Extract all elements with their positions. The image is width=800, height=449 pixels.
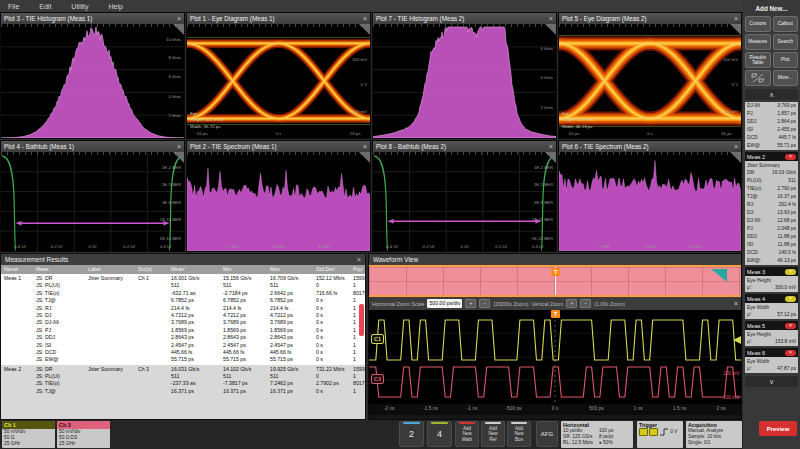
plot-titlebar[interactable]: Plot 7 - TIE Histogram (Meas 2)× [373,13,556,24]
meas-badge-close-icon[interactable]: × [785,269,796,275]
table-row[interactable]: JS: RJ214.4 fs214.4 fs214.4 fs0 s1 [1,305,365,312]
plot-titlebar[interactable]: Plot 4 - Bathtub (Meas 1)× [1,141,184,152]
collapse-down-button[interactable]: ∨ [745,376,798,387]
horizontal-zoom-scale-input[interactable]: 500.00 ps/div [427,299,462,308]
table-row[interactable]: JS: TIE(σ)-237.33 as-7.3817 ps7.2462 ps2… [1,380,365,387]
plot-body[interactable]: 2 GHz4 GHz6 GHz [559,152,741,251]
resize-handle-icon[interactable] [545,24,556,35]
add-button-add-new-bus[interactable]: Add New Bus [507,421,531,447]
channel-badge-ch1[interactable]: Ch 150 mV/div50 Ω25 GHz [2,421,55,448]
menu-item-utility[interactable]: Utility [71,3,88,10]
table-scrollbar[interactable] [359,304,364,336]
plot-titlebar[interactable]: Plot 2 - TIE Spectrum (Meas 1)× [187,141,370,152]
close-icon[interactable]: × [734,15,738,22]
meas-badge-header[interactable]: Meas 3× [745,267,798,276]
sidebar-button-mask[interactable] [745,70,771,86]
trigger-marker-icon[interactable]: T [551,268,560,276]
close-icon[interactable]: × [549,143,553,150]
zoom-in-button[interactable]: + [465,299,476,308]
close-icon[interactable]: × [177,15,181,22]
resize-handle-icon[interactable] [730,24,741,35]
trigger-marker-icon[interactable]: T [551,310,560,318]
sidebar-button-results-table[interactable]: Results Table [745,52,771,68]
resize-handle-icon[interactable] [730,152,741,163]
collapse-up-button[interactable]: ∧ [745,89,798,100]
plot-titlebar[interactable]: Plot 8 - Bathtub (Meas 2)× [373,141,556,152]
sidebar-button-measure[interactable]: Measure [745,34,771,50]
plot-body[interactable]: 10 khits8 khits6 khits4 khits2 khits [1,24,184,138]
table-row[interactable]: JS: PJ1.8569 ps1.8569 ps1.8569 ps0 s1 [1,327,365,334]
meas-badge-body[interactable]: Eye Heightμ':153.8 mV [745,330,798,346]
horizontal-badge[interactable]: Horizontal10 μs/divSR: 125 GS/sRL: 12.5 … [561,421,633,448]
table-row[interactable]: JS: TIE(σ)-632.71 as-2.7184 ps2.6642 ps7… [1,290,365,297]
close-icon[interactable]: × [177,143,181,150]
table-row[interactable]: JS: DJ4.7212 ps4.7212 ps4.7212 ps0 s1 [1,312,365,319]
add-button-add-new-math[interactable]: Add New Math [455,421,479,447]
resize-handle-icon[interactable] [359,152,370,163]
resize-handle-icon[interactable] [173,152,184,163]
plot-titlebar[interactable]: Plot 3 - TIE Histogram (Meas 1)× [1,13,184,24]
ch3-waveform-handle[interactable]: C3 [371,374,384,384]
meas-badge-header[interactable]: Meas 5× [745,321,798,330]
meas-badge-body[interactable]: Jitter SummaryDR:16.03 Gb/sPL(UI):511TIE… [745,161,798,265]
close-icon[interactable]: × [357,256,361,263]
plot-body[interactable]: 1E-2 BER1E-5 BER1E-8 BER1E-11 BER1E-14 B… [1,152,184,251]
sidebar-button-search[interactable]: Search [773,34,799,50]
menu-item-help[interactable]: Help [108,3,122,10]
plot-titlebar[interactable]: Plot 1 - Eye Diagram (Meas 1)× [187,13,370,24]
sidebar-button-more-[interactable]: More... [773,70,799,86]
trigger-badge[interactable]: Trigger 0 V [637,421,683,448]
menu-item-edit[interactable]: Edit [39,3,51,10]
close-icon[interactable]: × [734,143,738,150]
meas-badge-body[interactable]: Eye Widthμ':57.12 ps [745,303,798,319]
plot-titlebar[interactable]: Plot 6 - TIE Spectrum (Meas 2)× [559,141,741,152]
close-icon[interactable]: × [363,15,367,22]
table-row[interactable]: JS: DDJ2.8643 ps2.8643 ps2.8643 ps0 s1 [1,334,365,341]
zoom-out-button[interactable]: − [479,299,490,308]
plot-body[interactable]: 100 mV0 V-100 mV-50 ps0 s50 psEyeHeight:… [559,24,741,138]
measurement-results-titlebar[interactable]: Measurement Results × [1,254,365,265]
meas-badge-header[interactable]: Meas 4× [745,294,798,303]
close-icon[interactable]: × [549,15,553,22]
table-row[interactable]: Meas 1JS: DRJitter SummaryCh 116.001 Gb/… [1,275,365,282]
add-button-add-new-ref[interactable]: Add New Ref [481,421,505,447]
plot-titlebar[interactable]: Plot 5 - Eye Diagram (Meas 2)× [559,13,741,24]
channel-button-2[interactable]: 2 [399,421,424,447]
plot-body[interactable]: 2 GHz4 GHz6 GHz [187,152,370,251]
meas1-results-strip[interactable]: DJ-δδ3.769 psPJ1.857 psDDJ2.864 psISI2.4… [745,102,798,150]
table-row[interactable]: JS: TJ@6.7852 ps6.7852 ps6.7852 ps0 s1 [1,297,365,304]
table-row[interactable]: JS: PL(UI)51151151101 [1,282,365,289]
ch1-waveform-handle[interactable]: C1 [371,334,384,344]
sidebar-button-cursors[interactable]: Cursors [745,16,771,32]
afg-button[interactable]: AFG [536,421,558,447]
close-zoom-icon[interactable]: × [734,300,738,307]
resize-handle-icon[interactable] [545,152,556,163]
resize-handle-icon[interactable] [173,24,184,35]
waveform-overview[interactable]: T [369,265,741,297]
waveform-view-titlebar[interactable]: Waveform View [369,254,741,265]
resize-handle-icon[interactable] [359,24,370,35]
table-row[interactable]: JS: ISI2.4547 ps2.4547 ps2.4547 ps0 s1 [1,342,365,349]
table-row[interactable]: JS: EW@55.715 ps55.715 ps55.715 ps0 s1 [1,356,365,363]
meas-badge-header[interactable]: Meas 2× [745,152,798,161]
meas-badge-body[interactable]: Eye Widthμ':47.87 ps [745,357,798,373]
channel-badge-ch3[interactable]: Ch 350 mV/div50 Ω DS25 GHz [57,421,110,448]
plot-body[interactable]: 6 khits4 khits2 khits [373,24,556,138]
table-row[interactable]: Meas 2JS: DRJitter SummaryCh 316.031 Gb/… [1,366,365,373]
preview-button[interactable]: Preview [759,421,797,436]
zoomed-waveform-area[interactable]: TC1C3100 mV-100 mV [369,310,741,404]
vertical-zoom-out-button[interactable]: − [580,299,591,308]
meas-badge-header[interactable]: Meas 6× [745,348,798,357]
table-row[interactable]: JS: DCD445.66 fs445.66 fs445.66 fs0 s1 [1,349,365,356]
plot-body[interactable]: 100 mV0 V-100 mV-50 ps0 s50 psEyeHeight:… [187,24,370,138]
channel-button-4[interactable]: 4 [427,421,452,447]
meas-badge-close-icon[interactable]: × [785,154,796,160]
overview-zoom-handle-icon[interactable] [711,269,727,282]
plot-body[interactable]: 1E-2 BER1E-5 BER1E-8 BER1E-11 BER1E-14 B… [373,152,556,251]
close-icon[interactable]: × [363,143,367,150]
sidebar-button-plot[interactable]: Plot [773,52,799,68]
meas-badge-close-icon[interactable]: × [785,323,796,329]
acquisition-badge[interactable]: AcquisitionManual, AnalyzeSample: 10 bit… [686,421,742,448]
table-row[interactable]: JS: TJ@16.371 ps16.371 ps16.371 ps0 s1 [1,388,365,395]
menu-item-file[interactable]: File [8,3,19,10]
